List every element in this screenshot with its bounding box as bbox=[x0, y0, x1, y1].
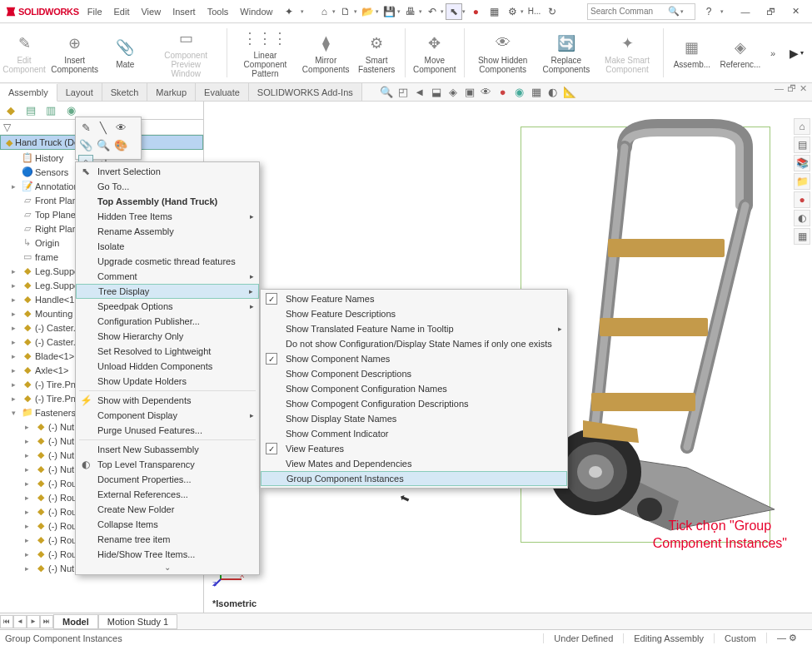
view-settings-icon[interactable]: ▦ bbox=[529, 85, 544, 100]
sm-view-features[interactable]: ✓View Features bbox=[261, 441, 567, 456]
menu-edit[interactable]: Edit bbox=[111, 7, 133, 17]
cm-insert-new-subassembly[interactable]: Insert New Subassembly bbox=[76, 442, 259, 457]
task-home-icon[interactable]: ⌂ bbox=[794, 118, 810, 135]
cloud-icon[interactable]: ↻ bbox=[544, 3, 560, 20]
cm-show-with-dependents[interactable]: ⚡Show with Dependents bbox=[76, 393, 259, 408]
task-appearances-icon[interactable]: ◐ bbox=[794, 210, 810, 226]
command-search[interactable]: 🔍 ▾ bbox=[587, 3, 695, 20]
tab-assembly[interactable]: Assembly bbox=[0, 84, 57, 102]
menu-tools[interactable]: Tools bbox=[204, 7, 232, 17]
display-style-icon[interactable]: ▣ bbox=[462, 85, 477, 100]
menu-file[interactable]: File bbox=[84, 7, 106, 17]
ct-zoom-icon[interactable]: 🔍 bbox=[96, 137, 111, 152]
cm-comment[interactable]: Comment▸ bbox=[76, 269, 259, 284]
view-cube-icon[interactable]: ◈ bbox=[446, 85, 461, 100]
tab-addins[interactable]: SOLIDWORKS Add-Ins bbox=[249, 83, 362, 101]
section-icon[interactable]: ⬓ bbox=[429, 85, 444, 100]
tab-evaluate[interactable]: Evaluate bbox=[196, 83, 249, 101]
minimize-button[interactable]: — bbox=[734, 3, 757, 20]
open-icon[interactable]: 📂 bbox=[359, 3, 376, 20]
help-icon[interactable]: ? bbox=[700, 3, 717, 20]
zoom-area-icon[interactable]: ◰ bbox=[396, 85, 411, 100]
cm-create-new-folder[interactable]: Create New Folder bbox=[76, 502, 259, 517]
task-resources-icon[interactable]: ▤ bbox=[794, 136, 810, 153]
hide-show-icon[interactable]: 👁 bbox=[479, 85, 494, 100]
ribbon-insert-components[interactable]: ⊕Insert Components bbox=[52, 25, 97, 81]
ribbon-replace[interactable]: 🔄Replace Components bbox=[541, 25, 592, 81]
task-custom-props-icon[interactable]: ▦ bbox=[794, 228, 810, 245]
ribbon-linear-pattern[interactable]: ⋮⋮⋮Linear Component Pattern bbox=[235, 25, 296, 81]
render-icon[interactable]: ◐ bbox=[545, 85, 560, 100]
sm-show-comment-indicator[interactable]: Show Comment Indicator bbox=[261, 426, 567, 441]
tree-tab-feature-icon[interactable]: ◆ bbox=[3, 103, 18, 118]
ribbon-overflow-icon[interactable]: » bbox=[768, 48, 778, 58]
ct-slash-icon[interactable]: ╲ bbox=[96, 120, 111, 135]
sm-show-feature-descriptions[interactable]: Show Feature Descriptions bbox=[261, 306, 567, 321]
sm-show-translated-feature-name-in-tooltip[interactable]: Show Translated Feature Name in Tooltip▸ bbox=[261, 321, 567, 336]
sm-group-component-instances[interactable]: Group Component Instances bbox=[261, 471, 567, 486]
ribbon-mirror[interactable]: ⧫Mirror Components bbox=[302, 25, 349, 81]
scene-icon[interactable]: ◉ bbox=[512, 85, 527, 100]
sm-show-component-configuration-names[interactable]: Show Component Configuration Names bbox=[261, 381, 567, 396]
undo-icon[interactable]: ↶ bbox=[424, 3, 441, 20]
status-units[interactable]: Custom bbox=[714, 633, 766, 643]
tab-prev-icon[interactable]: ◄ bbox=[13, 615, 27, 628]
sm-show-compogent-configuration-descriptions[interactable]: Show Compogent Configuration Description… bbox=[261, 396, 567, 411]
sm-show-display-state-names[interactable]: Show Display State Names bbox=[261, 411, 567, 426]
ribbon-mate[interactable]: 📎Mate bbox=[104, 25, 146, 81]
ribbon-smart-fasteners[interactable]: ⚙Smart Fasteners bbox=[356, 25, 397, 81]
cm-more-icon[interactable]: ⌄ bbox=[76, 562, 259, 573]
options-icon[interactable]: ▦ bbox=[486, 3, 502, 20]
tab-layout[interactable]: Layout bbox=[57, 83, 102, 101]
new-icon[interactable]: 🗋 bbox=[337, 3, 354, 20]
task-view-palette-icon[interactable]: ● bbox=[794, 191, 810, 208]
cm-go-to[interactable]: Go To... bbox=[76, 179, 259, 194]
tree-tab-display-icon[interactable]: ◉ bbox=[63, 103, 78, 118]
appearance-icon[interactable]: ● bbox=[496, 85, 511, 100]
cm-invert-selection[interactable]: ⬉Invert Selection bbox=[76, 164, 259, 179]
cm-configuration-publisher-[interactable]: Configuration Publisher... bbox=[76, 314, 259, 329]
model-tab[interactable]: Model bbox=[53, 614, 98, 629]
sm-show-component-descriptions[interactable]: Show Component Descriptions bbox=[261, 366, 567, 381]
task-file-explorer-icon[interactable]: 📁 bbox=[794, 173, 810, 190]
cm-hide-show-tree-items-[interactable]: Hide/Show Tree Items... bbox=[76, 547, 259, 562]
cm-tree-display[interactable]: Tree Display▸ bbox=[76, 284, 259, 299]
cm-collapse-items[interactable]: Collapse Items bbox=[76, 517, 259, 532]
save-icon[interactable]: 💾 bbox=[381, 3, 397, 20]
tree-tab-property-icon[interactable]: ▤ bbox=[23, 103, 38, 118]
doc-minimize-icon[interactable]: — bbox=[775, 83, 784, 101]
ribbon-reference[interactable]: ◈Referenc... bbox=[720, 25, 761, 81]
cm-rename-tree-item[interactable]: Rename tree item bbox=[76, 532, 259, 547]
ribbon-move-component[interactable]: ✥Move Component bbox=[413, 25, 456, 81]
cm-purge-unused-features-[interactable]: Purge Unused Features... bbox=[76, 423, 259, 438]
tab-next-icon[interactable]: ► bbox=[27, 615, 40, 628]
ct-edit-icon[interactable]: ✎ bbox=[78, 120, 93, 135]
sm-view-mates-and-dependencies[interactable]: View Mates and Dependencies bbox=[261, 456, 567, 471]
cm-isolate[interactable]: Isolate bbox=[76, 239, 259, 254]
ribbon-show-hidden[interactable]: 👁Show Hidden Components bbox=[471, 25, 534, 81]
doc-close-icon[interactable]: ✕ bbox=[800, 83, 807, 101]
motion-study-tab[interactable]: Motion Study 1 bbox=[98, 614, 177, 629]
tab-first-icon[interactable]: ⏮ bbox=[0, 615, 13, 628]
print-icon[interactable]: 🖶 bbox=[402, 3, 419, 20]
sm-show-feature-names[interactable]: ✓Show Feature Names bbox=[261, 291, 567, 306]
cm-component-display[interactable]: Component Display▸ bbox=[76, 408, 259, 423]
ribbon-play[interactable]: ▶▾ bbox=[785, 25, 809, 81]
cm-rename-assembly[interactable]: Rename Assembly bbox=[76, 224, 259, 239]
doc-restore-icon[interactable]: 🗗 bbox=[787, 83, 796, 101]
menu-view[interactable]: View bbox=[137, 7, 164, 17]
close-button[interactable]: ✕ bbox=[784, 3, 807, 20]
ct-eye-icon[interactable]: 👁 bbox=[113, 120, 128, 135]
settings-icon[interactable]: ⚙ bbox=[504, 3, 521, 20]
ribbon-assembly[interactable]: ▦Assemb... bbox=[671, 25, 713, 81]
cm-show-hierarchy-only[interactable]: Show Hierarchy Only bbox=[76, 329, 259, 344]
menu-insert[interactable]: Insert bbox=[169, 7, 199, 17]
ct-attach-icon[interactable]: 📎 bbox=[78, 137, 93, 152]
tab-last-icon[interactable]: ⏭ bbox=[40, 615, 53, 628]
restore-button[interactable]: 🗗 bbox=[759, 3, 782, 20]
cm-external-references-[interactable]: External References... bbox=[76, 487, 259, 502]
cm-speedpak-options[interactable]: Speedpak Options▸ bbox=[76, 299, 259, 314]
zoom-fit-icon[interactable]: 🔍 bbox=[379, 85, 394, 100]
status-icons[interactable]: — ⚙ bbox=[766, 633, 807, 643]
task-design-library-icon[interactable]: 📚 bbox=[794, 155, 810, 171]
